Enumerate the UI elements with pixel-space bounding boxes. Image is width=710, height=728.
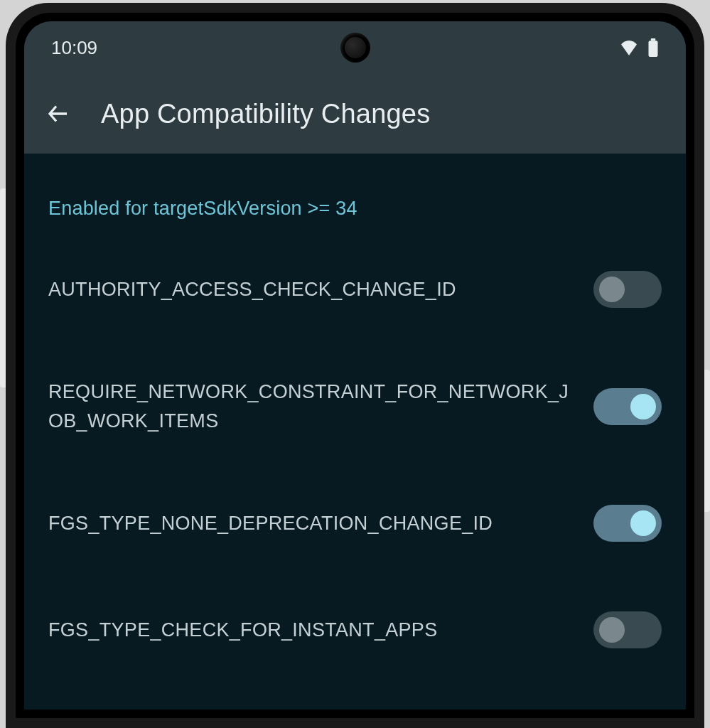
setting-label: AUTHORITY_ACCESS_CHECK_CHANGE_ID [48,275,572,304]
device-frame: 10:09 [6,3,704,728]
battery-icon [647,38,659,57]
status-icons [619,38,659,57]
toggle-switch[interactable] [593,505,662,542]
toggle-thumb [630,394,656,419]
settings-list: AUTHORITY_ACCESS_CHECK_CHANGE_IDREQUIRE_… [48,257,662,710]
device-edge-right [704,370,710,512]
camera-notch [340,33,370,63]
setting-row[interactable]: FGS_TYPE_NONE_DEPRECATION_CHANGE_ID [48,491,662,556]
svg-rect-0 [651,38,656,41]
toggle-thumb [599,277,625,302]
section-header: Enabled for targetSdkVersion >= 34 [48,198,662,220]
toggle-thumb [599,617,625,643]
setting-label: REQUIRE_NETWORK_CONSTRAINT_FOR_NETWORK_J… [48,378,572,435]
setting-label: FGS_TYPE_CHECK_FOR_INSTANT_APPS [48,616,572,645]
svg-rect-1 [649,41,658,57]
screen: 10:09 [24,21,686,710]
setting-row[interactable]: AUTHORITY_ACCESS_CHECK_CHANGE_ID [48,257,662,322]
status-bar: 10:09 [24,21,686,74]
setting-row[interactable]: REQUIRE_NETWORK_CONSTRAINT_FOR_NETWORK_J… [48,363,662,449]
device-frame-inner: 10:09 [16,13,694,718]
setting-row[interactable]: FGS_TYPE_CHECK_FOR_INSTANT_APPS [48,597,662,663]
back-button[interactable] [45,101,71,127]
toggle-thumb [630,510,656,536]
device-edge-left [0,188,6,387]
content-area[interactable]: Enabled for targetSdkVersion >= 34 AUTHO… [24,154,686,710]
toggle-switch[interactable] [593,271,662,308]
toggle-switch[interactable] [593,611,662,648]
camera-lens [345,37,366,58]
page-title: App Compatibility Changes [101,99,430,129]
setting-label: FGS_TYPE_NONE_DEPRECATION_CHANGE_ID [48,509,572,538]
app-bar: App Compatibility Changes [24,74,686,154]
wifi-icon [619,40,639,55]
setting-row[interactable]: DETACH_THROWS_ISE_ONLY [48,704,662,710]
status-time: 10:09 [51,37,97,59]
toggle-switch[interactable] [593,388,662,425]
